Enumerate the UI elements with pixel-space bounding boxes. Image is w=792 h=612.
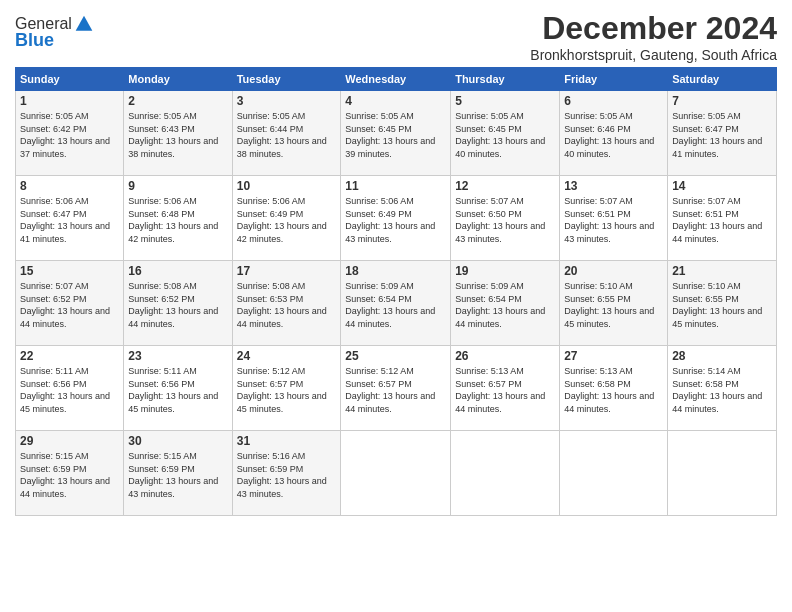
day-info: Sunrise: 5:05 AM Sunset: 6:45 PM Dayligh… [455, 110, 555, 160]
table-cell: 6 Sunrise: 5:05 AM Sunset: 6:46 PM Dayli… [560, 91, 668, 176]
calendar-week-5: 29 Sunrise: 5:15 AM Sunset: 6:59 PM Dayl… [16, 431, 777, 516]
month-title: December 2024 [530, 10, 777, 47]
table-cell: 15 Sunrise: 5:07 AM Sunset: 6:52 PM Dayl… [16, 261, 124, 346]
sunset-label: Sunset: 6:56 PM [20, 379, 87, 389]
day-number: 25 [345, 349, 446, 363]
day-info: Sunrise: 5:12 AM Sunset: 6:57 PM Dayligh… [237, 365, 337, 415]
daylight-label: Daylight: 13 hours and 40 minutes. [455, 136, 545, 159]
calendar-header-row: Sunday Monday Tuesday Wednesday Thursday… [16, 68, 777, 91]
day-info: Sunrise: 5:13 AM Sunset: 6:58 PM Dayligh… [564, 365, 663, 415]
col-monday: Monday [124, 68, 232, 91]
day-info: Sunrise: 5:06 AM Sunset: 6:47 PM Dayligh… [20, 195, 119, 245]
daylight-label: Daylight: 13 hours and 44 minutes. [455, 306, 545, 329]
table-cell [451, 431, 560, 516]
daylight-label: Daylight: 13 hours and 45 minutes. [237, 391, 327, 414]
daylight-label: Daylight: 13 hours and 44 minutes. [564, 391, 654, 414]
title-area: December 2024 Bronkhorstspruit, Gauteng,… [530, 10, 777, 63]
table-cell: 28 Sunrise: 5:14 AM Sunset: 6:58 PM Dayl… [668, 346, 777, 431]
table-cell: 24 Sunrise: 5:12 AM Sunset: 6:57 PM Dayl… [232, 346, 341, 431]
sunrise-label: Sunrise: 5:07 AM [455, 196, 524, 206]
table-cell: 12 Sunrise: 5:07 AM Sunset: 6:50 PM Dayl… [451, 176, 560, 261]
table-cell: 4 Sunrise: 5:05 AM Sunset: 6:45 PM Dayli… [341, 91, 451, 176]
table-cell: 18 Sunrise: 5:09 AM Sunset: 6:54 PM Dayl… [341, 261, 451, 346]
day-info: Sunrise: 5:05 AM Sunset: 6:43 PM Dayligh… [128, 110, 227, 160]
sunset-label: Sunset: 6:55 PM [564, 294, 631, 304]
sunset-label: Sunset: 6:49 PM [237, 209, 304, 219]
day-number: 26 [455, 349, 555, 363]
day-info: Sunrise: 5:13 AM Sunset: 6:57 PM Dayligh… [455, 365, 555, 415]
calendar-week-4: 22 Sunrise: 5:11 AM Sunset: 6:56 PM Dayl… [16, 346, 777, 431]
daylight-label: Daylight: 13 hours and 37 minutes. [20, 136, 110, 159]
day-info: Sunrise: 5:06 AM Sunset: 6:49 PM Dayligh… [237, 195, 337, 245]
day-number: 5 [455, 94, 555, 108]
day-info: Sunrise: 5:10 AM Sunset: 6:55 PM Dayligh… [564, 280, 663, 330]
day-number: 17 [237, 264, 337, 278]
daylight-label: Daylight: 13 hours and 44 minutes. [128, 306, 218, 329]
day-number: 10 [237, 179, 337, 193]
col-friday: Friday [560, 68, 668, 91]
calendar-week-1: 1 Sunrise: 5:05 AM Sunset: 6:42 PM Dayli… [16, 91, 777, 176]
sunrise-label: Sunrise: 5:07 AM [672, 196, 741, 206]
day-number: 13 [564, 179, 663, 193]
sunrise-label: Sunrise: 5:07 AM [20, 281, 89, 291]
day-number: 18 [345, 264, 446, 278]
table-cell: 27 Sunrise: 5:13 AM Sunset: 6:58 PM Dayl… [560, 346, 668, 431]
day-number: 16 [128, 264, 227, 278]
sunrise-label: Sunrise: 5:15 AM [20, 451, 89, 461]
table-cell: 11 Sunrise: 5:06 AM Sunset: 6:49 PM Dayl… [341, 176, 451, 261]
sunset-label: Sunset: 6:42 PM [20, 124, 87, 134]
table-cell: 25 Sunrise: 5:12 AM Sunset: 6:57 PM Dayl… [341, 346, 451, 431]
day-info: Sunrise: 5:10 AM Sunset: 6:55 PM Dayligh… [672, 280, 772, 330]
sunrise-label: Sunrise: 5:12 AM [237, 366, 306, 376]
day-info: Sunrise: 5:11 AM Sunset: 6:56 PM Dayligh… [20, 365, 119, 415]
day-number: 1 [20, 94, 119, 108]
sunrise-label: Sunrise: 5:06 AM [128, 196, 197, 206]
day-info: Sunrise: 5:08 AM Sunset: 6:53 PM Dayligh… [237, 280, 337, 330]
sunset-label: Sunset: 6:45 PM [455, 124, 522, 134]
daylight-label: Daylight: 13 hours and 41 minutes. [20, 221, 110, 244]
table-cell: 22 Sunrise: 5:11 AM Sunset: 6:56 PM Dayl… [16, 346, 124, 431]
table-cell: 13 Sunrise: 5:07 AM Sunset: 6:51 PM Dayl… [560, 176, 668, 261]
day-number: 15 [20, 264, 119, 278]
sunrise-label: Sunrise: 5:05 AM [237, 111, 306, 121]
table-cell: 17 Sunrise: 5:08 AM Sunset: 6:53 PM Dayl… [232, 261, 341, 346]
day-number: 24 [237, 349, 337, 363]
day-info: Sunrise: 5:09 AM Sunset: 6:54 PM Dayligh… [455, 280, 555, 330]
day-info: Sunrise: 5:07 AM Sunset: 6:50 PM Dayligh… [455, 195, 555, 245]
sunrise-label: Sunrise: 5:10 AM [672, 281, 741, 291]
calendar-table: Sunday Monday Tuesday Wednesday Thursday… [15, 67, 777, 516]
daylight-label: Daylight: 13 hours and 45 minutes. [564, 306, 654, 329]
day-number: 28 [672, 349, 772, 363]
table-cell: 19 Sunrise: 5:09 AM Sunset: 6:54 PM Dayl… [451, 261, 560, 346]
sunset-label: Sunset: 6:43 PM [128, 124, 195, 134]
table-cell [341, 431, 451, 516]
daylight-label: Daylight: 13 hours and 44 minutes. [672, 221, 762, 244]
sunset-label: Sunset: 6:59 PM [237, 464, 304, 474]
daylight-label: Daylight: 13 hours and 42 minutes. [128, 221, 218, 244]
sunset-label: Sunset: 6:56 PM [128, 379, 195, 389]
daylight-label: Daylight: 13 hours and 43 minutes. [455, 221, 545, 244]
table-cell: 31 Sunrise: 5:16 AM Sunset: 6:59 PM Dayl… [232, 431, 341, 516]
daylight-label: Daylight: 13 hours and 44 minutes. [237, 306, 327, 329]
svg-marker-0 [76, 16, 93, 31]
sunrise-label: Sunrise: 5:05 AM [455, 111, 524, 121]
day-info: Sunrise: 5:06 AM Sunset: 6:49 PM Dayligh… [345, 195, 446, 245]
day-info: Sunrise: 5:15 AM Sunset: 6:59 PM Dayligh… [128, 450, 227, 500]
col-wednesday: Wednesday [341, 68, 451, 91]
calendar-week-2: 8 Sunrise: 5:06 AM Sunset: 6:47 PM Dayli… [16, 176, 777, 261]
sunrise-label: Sunrise: 5:08 AM [128, 281, 197, 291]
sunset-label: Sunset: 6:51 PM [564, 209, 631, 219]
sunrise-label: Sunrise: 5:06 AM [345, 196, 414, 206]
table-cell: 30 Sunrise: 5:15 AM Sunset: 6:59 PM Dayl… [124, 431, 232, 516]
day-number: 23 [128, 349, 227, 363]
sunset-label: Sunset: 6:55 PM [672, 294, 739, 304]
sunrise-label: Sunrise: 5:13 AM [455, 366, 524, 376]
sunrise-label: Sunrise: 5:05 AM [128, 111, 197, 121]
sunset-label: Sunset: 6:48 PM [128, 209, 195, 219]
table-cell: 10 Sunrise: 5:06 AM Sunset: 6:49 PM Dayl… [232, 176, 341, 261]
table-cell [668, 431, 777, 516]
daylight-label: Daylight: 13 hours and 38 minutes. [237, 136, 327, 159]
logo-icon [74, 14, 94, 34]
daylight-label: Daylight: 13 hours and 44 minutes. [455, 391, 545, 414]
sunset-label: Sunset: 6:57 PM [345, 379, 412, 389]
